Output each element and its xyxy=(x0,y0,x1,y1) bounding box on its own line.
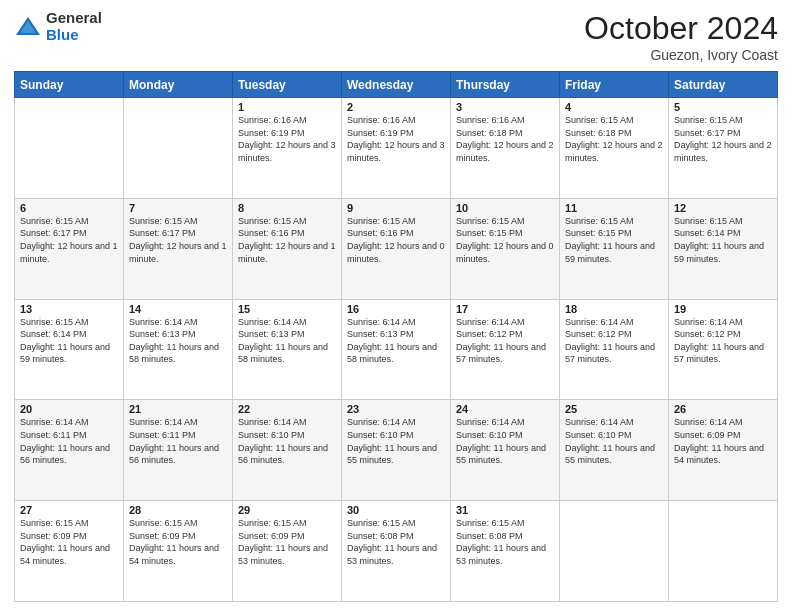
day-number: 31 xyxy=(456,504,554,516)
day-cell xyxy=(669,501,778,602)
page: General Blue October 2024 Guezon, Ivory … xyxy=(0,0,792,612)
day-info: Sunrise: 6:14 AM Sunset: 6:10 PM Dayligh… xyxy=(456,416,554,466)
day-cell xyxy=(124,98,233,199)
day-info: Sunrise: 6:15 AM Sunset: 6:16 PM Dayligh… xyxy=(238,215,336,265)
day-number: 30 xyxy=(347,504,445,516)
day-info: Sunrise: 6:15 AM Sunset: 6:09 PM Dayligh… xyxy=(238,517,336,567)
day-number: 17 xyxy=(456,303,554,315)
day-cell: 27Sunrise: 6:15 AM Sunset: 6:09 PM Dayli… xyxy=(15,501,124,602)
week-row-4: 27Sunrise: 6:15 AM Sunset: 6:09 PM Dayli… xyxy=(15,501,778,602)
day-number: 15 xyxy=(238,303,336,315)
logo-icon xyxy=(14,13,42,41)
day-cell xyxy=(560,501,669,602)
day-info: Sunrise: 6:14 AM Sunset: 6:11 PM Dayligh… xyxy=(129,416,227,466)
day-cell: 15Sunrise: 6:14 AM Sunset: 6:13 PM Dayli… xyxy=(233,299,342,400)
weekday-header-saturday: Saturday xyxy=(669,72,778,98)
day-cell: 1Sunrise: 6:16 AM Sunset: 6:19 PM Daylig… xyxy=(233,98,342,199)
day-info: Sunrise: 6:14 AM Sunset: 6:13 PM Dayligh… xyxy=(238,316,336,366)
day-info: Sunrise: 6:15 AM Sunset: 6:14 PM Dayligh… xyxy=(674,215,772,265)
day-number: 12 xyxy=(674,202,772,214)
day-cell: 26Sunrise: 6:14 AM Sunset: 6:09 PM Dayli… xyxy=(669,400,778,501)
day-cell: 4Sunrise: 6:15 AM Sunset: 6:18 PM Daylig… xyxy=(560,98,669,199)
day-number: 6 xyxy=(20,202,118,214)
day-number: 25 xyxy=(565,403,663,415)
day-info: Sunrise: 6:15 AM Sunset: 6:18 PM Dayligh… xyxy=(565,114,663,164)
day-info: Sunrise: 6:14 AM Sunset: 6:13 PM Dayligh… xyxy=(129,316,227,366)
day-number: 24 xyxy=(456,403,554,415)
day-cell: 18Sunrise: 6:14 AM Sunset: 6:12 PM Dayli… xyxy=(560,299,669,400)
day-info: Sunrise: 6:16 AM Sunset: 6:19 PM Dayligh… xyxy=(238,114,336,164)
day-number: 23 xyxy=(347,403,445,415)
logo-blue-text: Blue xyxy=(46,27,102,44)
day-number: 3 xyxy=(456,101,554,113)
day-number: 7 xyxy=(129,202,227,214)
logo: General Blue xyxy=(14,10,102,43)
day-cell: 30Sunrise: 6:15 AM Sunset: 6:08 PM Dayli… xyxy=(342,501,451,602)
day-number: 2 xyxy=(347,101,445,113)
day-cell: 31Sunrise: 6:15 AM Sunset: 6:08 PM Dayli… xyxy=(451,501,560,602)
day-number: 19 xyxy=(674,303,772,315)
day-number: 8 xyxy=(238,202,336,214)
day-info: Sunrise: 6:15 AM Sunset: 6:16 PM Dayligh… xyxy=(347,215,445,265)
weekday-header-tuesday: Tuesday xyxy=(233,72,342,98)
day-number: 13 xyxy=(20,303,118,315)
day-info: Sunrise: 6:16 AM Sunset: 6:18 PM Dayligh… xyxy=(456,114,554,164)
logo-text: General Blue xyxy=(46,10,102,43)
day-info: Sunrise: 6:15 AM Sunset: 6:08 PM Dayligh… xyxy=(347,517,445,567)
day-number: 5 xyxy=(674,101,772,113)
day-cell: 25Sunrise: 6:14 AM Sunset: 6:10 PM Dayli… xyxy=(560,400,669,501)
subtitle: Guezon, Ivory Coast xyxy=(584,47,778,63)
month-title: October 2024 xyxy=(584,10,778,47)
day-info: Sunrise: 6:14 AM Sunset: 6:12 PM Dayligh… xyxy=(565,316,663,366)
day-cell: 9Sunrise: 6:15 AM Sunset: 6:16 PM Daylig… xyxy=(342,198,451,299)
day-info: Sunrise: 6:15 AM Sunset: 6:15 PM Dayligh… xyxy=(456,215,554,265)
day-cell xyxy=(15,98,124,199)
day-number: 10 xyxy=(456,202,554,214)
day-info: Sunrise: 6:14 AM Sunset: 6:12 PM Dayligh… xyxy=(674,316,772,366)
logo-general-text: General xyxy=(46,10,102,27)
day-cell: 7Sunrise: 6:15 AM Sunset: 6:17 PM Daylig… xyxy=(124,198,233,299)
day-cell: 22Sunrise: 6:14 AM Sunset: 6:10 PM Dayli… xyxy=(233,400,342,501)
day-cell: 10Sunrise: 6:15 AM Sunset: 6:15 PM Dayli… xyxy=(451,198,560,299)
day-info: Sunrise: 6:14 AM Sunset: 6:11 PM Dayligh… xyxy=(20,416,118,466)
weekday-header-monday: Monday xyxy=(124,72,233,98)
day-cell: 23Sunrise: 6:14 AM Sunset: 6:10 PM Dayli… xyxy=(342,400,451,501)
day-number: 22 xyxy=(238,403,336,415)
week-row-1: 6Sunrise: 6:15 AM Sunset: 6:17 PM Daylig… xyxy=(15,198,778,299)
day-cell: 8Sunrise: 6:15 AM Sunset: 6:16 PM Daylig… xyxy=(233,198,342,299)
day-cell: 28Sunrise: 6:15 AM Sunset: 6:09 PM Dayli… xyxy=(124,501,233,602)
day-cell: 6Sunrise: 6:15 AM Sunset: 6:17 PM Daylig… xyxy=(15,198,124,299)
day-number: 11 xyxy=(565,202,663,214)
day-info: Sunrise: 6:15 AM Sunset: 6:14 PM Dayligh… xyxy=(20,316,118,366)
weekday-header-friday: Friday xyxy=(560,72,669,98)
day-info: Sunrise: 6:15 AM Sunset: 6:09 PM Dayligh… xyxy=(20,517,118,567)
day-number: 29 xyxy=(238,504,336,516)
day-number: 28 xyxy=(129,504,227,516)
weekday-header-thursday: Thursday xyxy=(451,72,560,98)
day-cell: 13Sunrise: 6:15 AM Sunset: 6:14 PM Dayli… xyxy=(15,299,124,400)
day-cell: 3Sunrise: 6:16 AM Sunset: 6:18 PM Daylig… xyxy=(451,98,560,199)
day-number: 4 xyxy=(565,101,663,113)
day-cell: 17Sunrise: 6:14 AM Sunset: 6:12 PM Dayli… xyxy=(451,299,560,400)
day-info: Sunrise: 6:14 AM Sunset: 6:10 PM Dayligh… xyxy=(238,416,336,466)
day-cell: 16Sunrise: 6:14 AM Sunset: 6:13 PM Dayli… xyxy=(342,299,451,400)
day-cell: 11Sunrise: 6:15 AM Sunset: 6:15 PM Dayli… xyxy=(560,198,669,299)
title-block: October 2024 Guezon, Ivory Coast xyxy=(584,10,778,63)
day-info: Sunrise: 6:15 AM Sunset: 6:17 PM Dayligh… xyxy=(674,114,772,164)
day-info: Sunrise: 6:15 AM Sunset: 6:09 PM Dayligh… xyxy=(129,517,227,567)
day-number: 16 xyxy=(347,303,445,315)
day-number: 21 xyxy=(129,403,227,415)
day-info: Sunrise: 6:15 AM Sunset: 6:17 PM Dayligh… xyxy=(129,215,227,265)
day-cell: 14Sunrise: 6:14 AM Sunset: 6:13 PM Dayli… xyxy=(124,299,233,400)
day-cell: 20Sunrise: 6:14 AM Sunset: 6:11 PM Dayli… xyxy=(15,400,124,501)
day-info: Sunrise: 6:14 AM Sunset: 6:09 PM Dayligh… xyxy=(674,416,772,466)
weekday-header-row: SundayMondayTuesdayWednesdayThursdayFrid… xyxy=(15,72,778,98)
day-number: 26 xyxy=(674,403,772,415)
week-row-0: 1Sunrise: 6:16 AM Sunset: 6:19 PM Daylig… xyxy=(15,98,778,199)
day-cell: 19Sunrise: 6:14 AM Sunset: 6:12 PM Dayli… xyxy=(669,299,778,400)
day-cell: 24Sunrise: 6:14 AM Sunset: 6:10 PM Dayli… xyxy=(451,400,560,501)
weekday-header-sunday: Sunday xyxy=(15,72,124,98)
day-cell: 29Sunrise: 6:15 AM Sunset: 6:09 PM Dayli… xyxy=(233,501,342,602)
day-info: Sunrise: 6:15 AM Sunset: 6:17 PM Dayligh… xyxy=(20,215,118,265)
day-cell: 12Sunrise: 6:15 AM Sunset: 6:14 PM Dayli… xyxy=(669,198,778,299)
